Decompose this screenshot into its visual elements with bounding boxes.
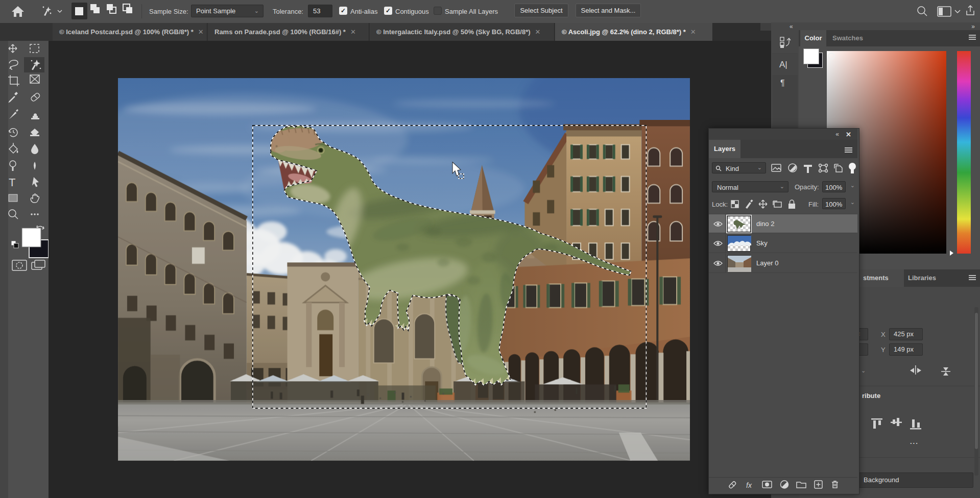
svg-text:¶: ¶: [780, 79, 785, 87]
svg-text:fx: fx: [746, 481, 752, 489]
svg-text:A|: A|: [779, 60, 787, 69]
svg-text:T: T: [9, 176, 15, 189]
